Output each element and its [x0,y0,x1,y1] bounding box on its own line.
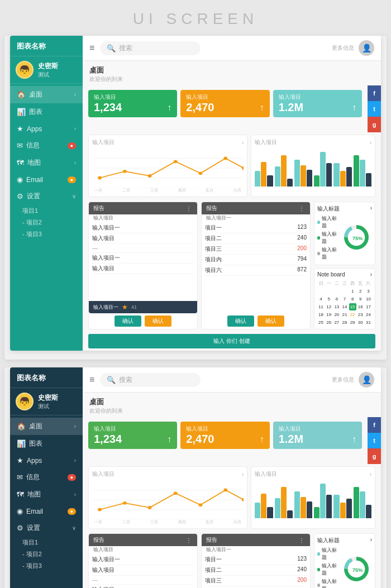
confirm-button-1[interactable]: 确认 [227,315,254,327]
report-title-2-1: 报告 [93,536,104,544]
bar-2-dark-3 [307,501,312,518]
sub-item-1b[interactable]: 项目1 [10,537,83,548]
badge-orange: ● [68,176,76,183]
page-header: 桌面 欢迎你的到来 [83,61,381,85]
stat-card-2-1: 输入项目 1,234 ↑ [88,422,177,449]
sidebar-item-label: 图表 [29,107,42,117]
topbar-avatar-2[interactable]: 👤 [359,372,374,388]
sub-item-2[interactable]: - 项目2 [10,217,83,228]
bar-teal-5 [333,163,339,187]
googleplus-button[interactable]: g [368,117,381,132]
sub-item-1[interactable]: 项目1 [10,205,83,217]
bar-teal-2 [275,166,280,187]
sidebar-item-settings[interactable]: ⚙ 设置 ∨ [10,188,83,205]
report-menu-dots-2[interactable]: ⋮ [299,205,306,212]
googleplus-button-2[interactable]: g [368,448,381,464]
cal-day: 1 [349,288,356,295]
cal-day: 5 [325,295,332,303]
facebook-button-2[interactable]: f [368,417,381,433]
cal-header-wed: 三 [341,280,348,287]
cal-day: 14 [341,303,348,310]
sidebar-item-chart-2[interactable]: 📊 图表 [10,435,83,452]
twitter-button[interactable]: t [368,101,381,117]
star-icon: ★ [122,303,128,311]
sidebar-item-messages[interactable]: ✉ 信息 ● [10,137,83,154]
sidebar-item-chart[interactable]: 📊 图表 [10,103,83,121]
stat-label-1: 输入项目 [94,93,171,101]
sidebar-item-settings-2[interactable]: ⚙ 设置 ∨ [10,519,83,537]
twitter-button-2[interactable]: t [368,433,381,448]
sidebar-item-label: 设置 [27,192,40,201]
report-card-1: 报告 ⋮ 输入项目 输入项目一 输入项目 — [88,202,198,329]
gear-icon-2: ⚙ [17,524,23,532]
chevron-icon: › [74,160,76,166]
search-placeholder-2: 搜索 [119,375,132,385]
cal-day: 11 [317,303,325,310]
user-role: 测试 [38,71,58,79]
report-table-2: 项目一123 项目二240 项目三200 项目内794 项目六872 [202,223,310,313]
facebook-button[interactable]: f [368,85,381,101]
line-chart-card: 输入项目 › [88,135,247,197]
report-sub-2-2: 输入项目一 [202,546,310,554]
report-menu-dots[interactable]: ⋮ [186,205,193,212]
report-btn-row-1: 确认 确认 [89,313,197,329]
social-buttons: f t g [368,85,381,132]
report-btn-teal[interactable]: 确认 [115,315,141,327]
sidebar-item-map[interactable]: 🗺 地图 › [10,154,83,171]
bar-group-2 [275,155,293,187]
legend-item-2: 输入标题 [317,231,340,245]
sub-item-2b[interactable]: - 项目2 [10,548,83,560]
sidebar-item-dashboard[interactable]: 🏠 桌面 › [10,86,83,103]
sub-item-3b[interactable]: - 项目3 [10,560,83,572]
message-icon-2: ✉ [17,473,23,481]
report-menu-dots-2-1[interactable]: ⋮ [186,537,193,543]
bar-2-teal-1 [255,503,260,518]
sidebar-item-dashboard-2[interactable]: 🏠 桌面 › [10,418,83,435]
social-buttons-2: f t g [368,417,381,464]
topbar-link-2[interactable]: 更多信息 [332,376,354,384]
cal-header-fri: 五 [357,280,364,287]
menu-icon[interactable]: ≡ [89,43,94,53]
report-menu-dots-2-2[interactable]: ⋮ [299,537,306,543]
stat-card-2-3: 输入项目 1.2M ↑ [273,422,362,449]
report-sub-2: 输入项目一 [202,214,310,223]
sidebar-item-email-2[interactable]: ◉ Email ● [10,503,83,519]
ui-panel-2: 图表名称 👦 史密斯 测试 🏠 桌面 › 📊 图表 [4,367,387,588]
donut-row: 输入标题 输入标题 输入标题 [317,215,372,262]
sub-item-3[interactable]: - 项目3 [10,228,83,240]
bar-group-1 [255,162,273,187]
search-box-2[interactable]: 🔍 搜索 [100,373,201,387]
line-chart-area [92,149,244,188]
sidebar-logo: 图表名称 [10,36,83,56]
cal-day: 24 [365,311,372,318]
stat-label-2: 输入项目 [186,93,264,101]
svg-point-20 [148,506,152,509]
bar-2-dark-5 [346,499,352,518]
report-btn-orange[interactable]: 确认 [145,315,171,327]
topbar-link[interactable]: 更多信息 [332,44,354,52]
search-placeholder: 搜索 [119,44,132,53]
page-title: UI SCREEN [0,0,391,36]
sidebar-item-messages-2[interactable]: ✉ 信息 ● [10,469,83,486]
menu-icon-2[interactable]: ≡ [89,375,94,385]
noteboard-card: Note board › 日 一 二 三 四 五 六 [314,268,375,329]
chevron-icon: › [74,92,76,98]
bar-group-6 [354,155,371,187]
sidebar-item-email[interactable]: ◉ Email ● [10,171,83,188]
input-bar-1[interactable]: 输入 你们 创建 [88,334,375,348]
cal-day: 29 [349,319,356,326]
stat-arrow-1: ↑ [167,103,171,113]
report-table-1: 输入项目一 输入项目 — 输入项目一 输入项目 [89,223,197,301]
confirm-button-2[interactable]: 确认 [258,315,284,327]
sidebar-item-label: Email [26,176,43,184]
chart-header-bar-2: 输入项目 › [255,470,371,478]
sidebar-item-apps[interactable]: ★ Apps › [10,121,83,137]
line-chart-card-2: 输入项目 › [88,466,247,529]
topbar-avatar[interactable]: 👤 [359,40,374,56]
report-card-2-2: 报告 ⋮ 输入项目一 项目一123 项目二240 项目三200 [201,533,311,588]
search-box[interactable]: 🔍 搜索 [100,41,201,55]
avatar: 👦 [16,61,34,79]
sidebar-logo-2: 图表名称 [10,367,83,388]
sidebar-item-apps-2[interactable]: ★ Apps › [10,452,83,469]
sidebar-item-map-2[interactable]: 🗺 地图 › [10,486,83,503]
